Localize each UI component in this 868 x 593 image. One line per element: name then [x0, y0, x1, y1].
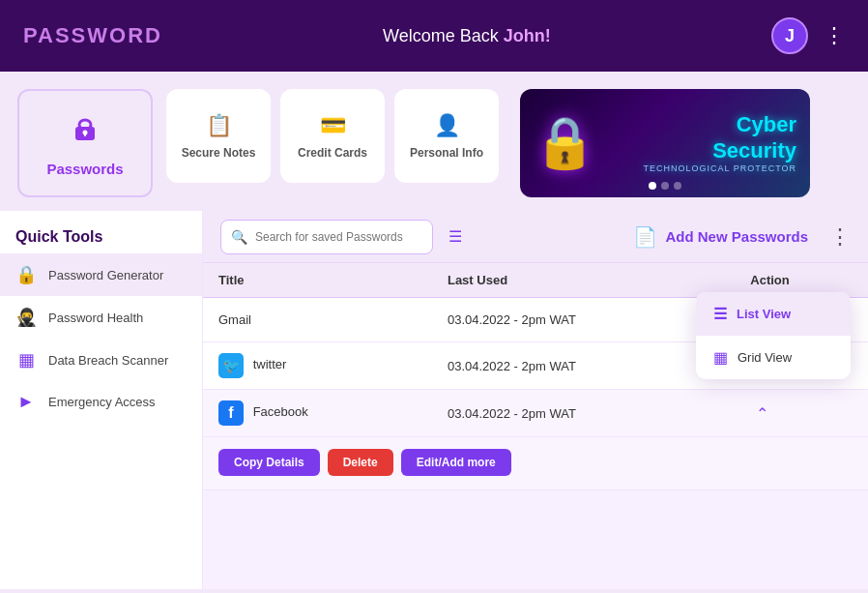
cyber-banner: 🔒 Cyber Security TECHNOLOGICAL PROTECTOR — [520, 89, 810, 197]
twitter-logo-icon: 🐦 — [218, 353, 244, 378]
search-input[interactable] — [255, 230, 422, 244]
dropdown-grid-view[interactable]: ▦ Grid View — [696, 336, 851, 379]
secure-notes-icon: 📋 — [206, 113, 232, 138]
list-view-label: List View — [737, 307, 791, 321]
banner-dots — [649, 182, 681, 190]
header-more-icon[interactable]: ⋮ — [824, 23, 845, 48]
svg-rect-1 — [79, 120, 91, 130]
password-health-icon: 🥷 — [15, 307, 37, 328]
col-title: Title — [203, 263, 432, 298]
svg-rect-3 — [84, 133, 86, 136]
gmail-title: Gmail — [203, 298, 432, 342]
welcome-label: Welcome Back — [383, 26, 504, 45]
facebook-logo-icon: f — [218, 400, 244, 426]
grid-view-icon: ▦ — [713, 348, 728, 367]
twitter-last-used: 03.04.2022 - 2pm WAT — [432, 342, 735, 390]
facebook-action: ⌃ — [735, 390, 868, 437]
cyber-banner-content: 🔒 Cyber Security TECHNOLOGICAL PROTECTOR — [520, 103, 810, 184]
sidebar-item-password-generator[interactable]: 🔒 Password Generator — [0, 253, 202, 296]
add-btn-label: Add New Passwords — [665, 228, 808, 245]
secure-notes-label: Secure Notes — [182, 146, 256, 160]
dropdown-menu: ☰ List View ▦ Grid View — [696, 292, 851, 379]
copy-details-button[interactable]: Copy Details — [218, 449, 320, 476]
header-right: J ⋮ — [771, 17, 845, 54]
add-icon: 📄 — [633, 225, 657, 249]
facebook-title: f Facebook — [203, 390, 432, 437]
sidebar-item-emergency-access[interactable]: ► Emergency Access — [0, 381, 202, 423]
passwords-card-label: Passwords — [46, 161, 123, 177]
header: PASSWORD Welcome Back John! J ⋮ — [0, 0, 868, 72]
logo-part2: WORD — [87, 23, 162, 47]
banner-dot-2 — [661, 182, 669, 190]
sidebar-heading: Quick Tools — [0, 219, 202, 253]
filter-icon[interactable]: ☰ — [448, 227, 462, 246]
col-last-used: Last Used — [432, 263, 735, 298]
credit-cards-label: Credit Cards — [298, 146, 367, 160]
personal-info-icon: 👤 — [434, 113, 460, 138]
cyber-text: Cyber Security TECHNOLOGICAL PROTECTOR — [643, 112, 796, 174]
search-bar: 🔍 — [220, 220, 433, 254]
data-breach-icon: ▦ — [15, 349, 37, 371]
sidebar-item-data-breach-label: Data Breach Scanner — [48, 353, 168, 368]
personal-info-label: Personal Info — [410, 146, 483, 160]
dropdown-list-view[interactable]: ☰ List View — [696, 292, 851, 336]
emergency-access-icon: ► — [15, 392, 37, 412]
toolbar: 🔍 ☰ 📄 Add New Passwords ⋮ — [203, 211, 868, 263]
gmail-last-used: 03.04.2022 - 2pm WAT — [432, 298, 735, 342]
username-label: John! — [504, 26, 551, 45]
sidebar-item-password-health-label: Password Health — [48, 311, 143, 325]
welcome-text: Welcome Back John! — [383, 26, 551, 46]
facebook-actions-cell: Copy Details Delete Edit/Add more — [203, 437, 868, 490]
sidebar-item-emergency-access-label: Emergency Access — [48, 395, 156, 409]
list-view-icon: ☰ — [713, 305, 727, 323]
avatar[interactable]: J — [771, 17, 808, 54]
add-new-passwords-button[interactable]: 📄 Add New Passwords — [623, 220, 818, 254]
banner-dot-3 — [674, 182, 681, 190]
search-icon: 🔍 — [231, 229, 247, 245]
action-buttons: Copy Details Delete Edit/Add more — [218, 449, 853, 476]
credit-cards-icon: 💳 — [320, 113, 346, 138]
bottom-section: Quick Tools 🔒 Password Generator 🥷 Passw… — [0, 211, 868, 589]
card-credit-cards[interactable]: 💳 Credit Cards — [280, 89, 385, 183]
logo: PASSWORD — [23, 23, 162, 48]
table-row: f Facebook 03.04.2022 - 2pm WAT ⌃ — [203, 390, 868, 437]
lock-icon — [68, 110, 102, 153]
sidebar: Quick Tools 🔒 Password Generator 🥷 Passw… — [0, 211, 203, 589]
card-passwords[interactable]: Passwords — [17, 89, 153, 197]
grid-view-label: Grid View — [738, 350, 792, 365]
logo-part1: PASS — [23, 23, 87, 47]
facebook-expanded-row: Copy Details Delete Edit/Add more — [203, 437, 868, 490]
facebook-collapse-button[interactable]: ⌃ — [750, 402, 774, 425]
sidebar-item-password-generator-label: Password Generator — [48, 268, 163, 282]
edit-button[interactable]: Edit/Add more — [401, 449, 511, 476]
cyber-lock-icon: 🔒 — [534, 113, 596, 172]
facebook-last-used: 03.04.2022 - 2pm WAT — [432, 390, 735, 437]
card-secure-notes[interactable]: 📋 Secure Notes — [166, 89, 271, 183]
main-content: 🔍 ☰ 📄 Add New Passwords ⋮ Title Last — [203, 211, 868, 589]
sidebar-item-password-health[interactable]: 🥷 Password Health — [0, 296, 202, 339]
delete-button[interactable]: Delete — [328, 449, 393, 476]
twitter-title: 🐦 twitter — [203, 342, 432, 390]
password-generator-icon: 🔒 — [15, 264, 37, 285]
sidebar-item-data-breach-scanner[interactable]: ▦ Data Breach Scanner — [0, 339, 202, 381]
card-personal-info[interactable]: 👤 Personal Info — [394, 89, 499, 183]
toolbar-more-icon[interactable]: ⋮ — [829, 224, 851, 250]
banner-dot-1 — [649, 182, 656, 190]
cards-section: Passwords 📋 Secure Notes 💳 Credit Cards … — [0, 72, 868, 211]
